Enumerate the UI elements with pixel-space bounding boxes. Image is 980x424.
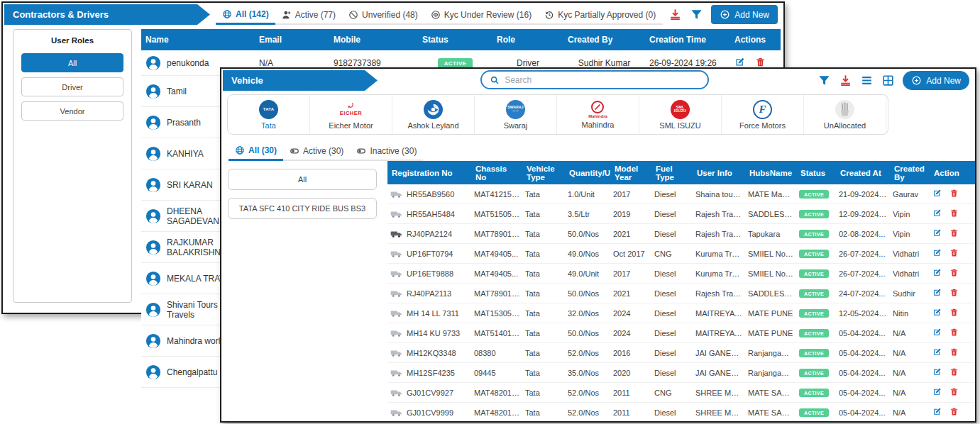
edit-icon[interactable] [932,268,942,277]
table-row[interactable]: RJ40PA2113MAT789014...Tata50.0/Nos2021Di… [387,284,975,303]
delete-icon[interactable] [949,407,959,416]
action-cell [930,208,969,219]
download-icon[interactable] [668,8,682,21]
edit-icon[interactable] [932,347,942,357]
vehicle-model-filter-0[interactable]: All [228,169,377,190]
brand-filter-bar: TATATata⤾EICHEREicher MotorAshok Leyland… [227,94,888,135]
grid-view-icon[interactable] [881,74,895,87]
unallocated-logo [835,100,854,119]
registration-cell: MH14 KU 9733 [387,329,471,337]
status-badge: ACTIVE [799,289,829,298]
contractors-tab-2[interactable]: Unverified (48) [342,4,424,25]
vehicle-tab-0[interactable]: All (30) [229,140,283,161]
vehicle-tab-2[interactable]: Inactive (30) [350,140,423,161]
table-row[interactable]: GJ01CV9927MAT482010...Tata52.0/Nos2011CN… [387,383,975,403]
vehicle-model-panel: AllTATA SFC 410 CITY RIDE BUS BS3 [221,161,383,423]
action-cell [930,328,969,338]
table-row[interactable]: UP16ET9888MAT49405...Tata49.0/Unit2017Di… [387,264,975,284]
table-row[interactable]: MH12KQ334808380Tata52.0/Nos2016DieselJAI… [387,343,975,363]
filter-icon[interactable] [690,8,703,21]
brand-mahindra[interactable]: MahindraMahindra [557,95,639,134]
delete-icon[interactable] [949,228,959,238]
model-year-cell: 2021 [610,289,651,298]
table-row[interactable]: MH 14 LL 7311MAT153059...Tata32.0/Nos202… [387,303,975,323]
status-badge: ACTIVE [799,408,829,417]
delete-icon[interactable] [949,308,959,317]
edit-icon[interactable] [932,248,942,257]
brand-tata[interactable]: TATATata [228,95,310,134]
brand-force-motors[interactable]: FForce Motors [722,95,804,134]
tab-label: All (30) [248,145,277,155]
vehicle-thumbnail-icon [390,269,402,278]
add-new-button[interactable]: Add New [711,5,778,24]
filter-icon[interactable] [817,74,831,87]
edit-icon[interactable] [932,189,942,198]
model-year-cell: 2011 [610,408,651,417]
delete-icon[interactable] [949,367,959,376]
edit-icon[interactable] [932,228,942,238]
fuel-type-cell: CNG [651,389,693,397]
contractors-tab-0[interactable]: All (142) [216,4,275,25]
delete-icon[interactable] [949,248,959,257]
tab-label: Kyc Partially Approved (0) [558,10,656,20]
brand-sml-isuzu[interactable]: SMLISUZUSML ISUZU [639,95,722,134]
table-row[interactable]: HR55AB9560MAT412155...Tata1.0/Unit2017Di… [387,184,975,204]
contractors-tab-4[interactable]: Kyc Partially Approved (0) [538,4,662,25]
vehicle-tab-1[interactable]: Active (30) [283,140,350,161]
fuel-type-cell: Diesel [651,408,693,417]
user-role-all[interactable]: All [21,53,123,72]
registration-no: MH14 KU 9733 [407,329,460,337]
brand-ashok-leyland[interactable]: Ashok Leyland [392,95,475,134]
list-view-icon[interactable] [860,74,874,87]
delete-icon[interactable] [755,57,766,67]
delete-icon[interactable] [949,268,959,277]
chassis-cell: MAT482010... [471,389,522,397]
action-cell [930,268,969,279]
table-row[interactable]: MH14 KU 9733MAT514016...Tata50.0/Nos2024… [387,323,975,343]
delete-icon[interactable] [949,347,959,357]
column-header: Quantity/U... [565,169,610,177]
chassis-cell: MAT412155... [471,190,522,199]
vehicle-page-title: Vehicle [223,70,378,91]
search-input[interactable] [505,75,700,85]
contractors-tab-1[interactable]: Active (77) [275,4,342,25]
table-row[interactable]: HR55AH5484MAT515053...Tata3.5/Ltr2019Die… [387,204,975,224]
contractors-tab-3[interactable]: Kyc Under Review (16) [424,4,538,25]
table-row[interactable]: MH12SF423509445Tata35.0/Nos2020DieselJAI… [387,363,975,383]
table-row[interactable]: UP16FT0794MAT49405...Tata49.0/NosOct 201… [387,244,975,264]
tab-label: All (142) [236,9,269,19]
table-row[interactable]: RJ40PA2124MAT789014...Tata50.0/Nos2021Di… [387,224,975,244]
brand-label: SML ISUZU [659,121,700,130]
quantity-cell: 49.0/Unit [565,269,610,278]
vehicle-thumbnail-icon [390,289,402,298]
add-new-button[interactable]: Add New [903,71,969,90]
edit-icon[interactable] [932,367,942,376]
edit-icon[interactable] [932,328,942,337]
table-row[interactable]: GJ01CV9999MAT482010...Tata52.0/Nos2011Di… [387,403,975,423]
brand-eicher-motor[interactable]: ⤾EICHEREicher Motor [310,95,392,134]
edit-icon[interactable] [932,387,942,396]
brand-unallocated[interactable]: UnAllocated [804,95,886,134]
vehicle-type-cell: Tata [522,269,565,278]
brand-swaraj[interactable]: SWARAJ∽∽Swaraj [475,95,557,134]
delete-icon[interactable] [949,189,959,198]
edit-icon[interactable] [932,308,942,317]
edit-icon[interactable] [932,288,942,297]
delete-icon[interactable] [949,328,959,337]
download-icon[interactable] [839,74,852,87]
edit-icon[interactable] [734,57,745,67]
vehicle-body: AllTATA SFC 410 CITY RIDE BUS BS3 Regist… [221,161,975,423]
vehicle-table-header: Registration NoChassis NoVehicle TypeQua… [387,161,975,184]
vehicle-model-filter-1[interactable]: TATA SFC 410 CITY RIDE BUS BS3 [228,198,377,219]
registration-no: UP16ET9888 [407,269,453,278]
delete-icon[interactable] [949,288,959,297]
quantity-cell: 52.0/Nos [565,389,610,397]
registration-no: UP16FT0794 [407,250,453,258]
edit-icon[interactable] [932,407,942,416]
delete-icon[interactable] [949,387,959,396]
edit-icon[interactable] [932,208,942,218]
delete-icon[interactable] [949,208,959,218]
fuel-type-cell: Diesel [651,190,693,199]
user-role-driver[interactable]: Driver [21,77,123,96]
user-role-vendor[interactable]: Vendor [21,101,123,121]
